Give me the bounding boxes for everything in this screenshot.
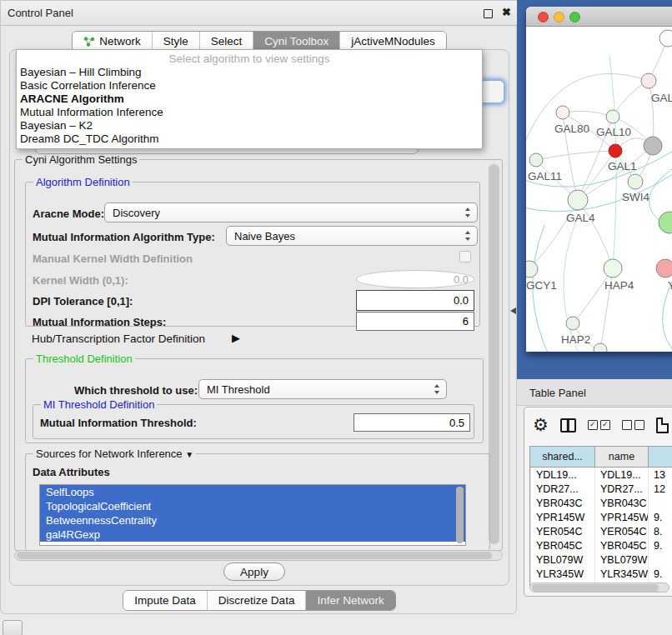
tab-infer-network[interactable]: Infer Network [305, 591, 394, 610]
dropdown-item-selected[interactable]: ARACNE Algorithm [17, 92, 482, 106]
column-header-shared-name[interactable]: shared... [530, 447, 595, 468]
attribute-item-selected[interactable]: SelfLoops [40, 485, 465, 499]
node-label: HAP4 [604, 279, 634, 292]
cell-name: YDL19... [595, 468, 649, 482]
network-node-gal1-selected[interactable] [609, 144, 622, 158]
network-node-hap4[interactable] [604, 259, 622, 278]
tab-discretize-data-label: Discretize Data [218, 594, 295, 607]
aracne-mode-combo[interactable]: Discovery [104, 202, 478, 222]
cell-value: 13 [649, 468, 672, 482]
tab-network[interactable]: Network [73, 32, 152, 51]
dropdown-item[interactable]: Bayesian – Hill Climbing [17, 66, 482, 79]
tab-impute-data[interactable]: Impute Data [123, 591, 207, 610]
node-label: GAL10 [596, 126, 631, 138]
cell-value [649, 496, 672, 510]
table-row[interactable]: YLR345WYLR345W9. [531, 567, 672, 581]
network-node-gal11[interactable] [529, 153, 543, 167]
hub-definition-toggle[interactable]: Hub/Transcription Factor Definition [32, 332, 205, 345]
window-minimize-button[interactable] [554, 12, 564, 22]
settings-horizontal-scrollbar[interactable] [14, 550, 503, 561]
table-row[interactable]: YDL19...YDL19...13 [531, 468, 672, 482]
manual-kernel-checkbox[interactable] [459, 251, 471, 262]
table-panel-titlebar: Table Panel [517, 379, 672, 406]
dropdown-item[interactable]: Basic Correlation Inference [17, 79, 482, 92]
cell-shared-name: YBL079W [531, 552, 595, 567]
network-node-gcy1[interactable] [526, 261, 538, 278]
attribute-list-scrollbar[interactable] [456, 487, 464, 543]
table-row[interactable]: YBL079WYBL079W [531, 552, 672, 567]
network-node[interactable] [659, 30, 672, 47]
network-node-gray[interactable] [644, 137, 662, 155]
table-row[interactable]: YBR045CYBR045C9. [531, 538, 672, 552]
network-node-bottom[interactable] [594, 343, 607, 352]
table-horizontal-scrollbar[interactable] [529, 582, 669, 592]
network-node-gal[interactable] [641, 73, 656, 88]
collapsed-panel-button[interactable] [3, 620, 23, 635]
network-canvas[interactable]: GAL GAL80 GAL10 GAL1 GAL11 SWI4 GAL4 GCY… [526, 27, 672, 352]
control-panel-title: Control Panel [8, 7, 73, 19]
window-zoom-button[interactable] [569, 12, 580, 22]
unchecked-box-icon [622, 420, 632, 430]
screenshot-root: Control Panel ✖ Network Styl [0, 0, 672, 635]
sources-collapse-arrow-icon[interactable]: ▼ [185, 450, 193, 459]
gear-icon[interactable]: ⚙ [533, 416, 549, 434]
node-table: shared... name A YDL19...YDL19...13 YDR2… [529, 446, 672, 586]
dpi-tolerance-field[interactable]: 0.0 [356, 290, 474, 311]
cell-value: 8. [649, 524, 672, 538]
kernel-width-field[interactable]: 0.0 [356, 270, 474, 288]
tab-discretize-data[interactable]: Discretize Data [207, 591, 306, 610]
dropdown-item[interactable]: Dream8 DC_TDC Algorithm [17, 132, 482, 146]
mi-steps-field[interactable]: 6 [356, 312, 474, 331]
dropdown-item[interactable]: Bayesian – K2 [17, 119, 482, 132]
tab-style-label: Style [163, 35, 188, 48]
mi-threshold-field[interactable]: 0.5 [354, 413, 470, 432]
column-header-partial[interactable]: A [649, 447, 672, 468]
network-node-gal4[interactable] [568, 190, 588, 210]
apply-button-label: Apply [240, 566, 268, 578]
dropdown-item[interactable]: Mutual Information Inference [17, 106, 482, 119]
attribute-list-scrollbar-thumb[interactable] [456, 487, 464, 543]
window-close-button[interactable] [538, 12, 549, 22]
sources-group-title: Sources for Network Inference ▼ [33, 448, 196, 460]
network-node-gal10[interactable] [606, 110, 619, 123]
which-threshold-combo[interactable]: MI Threshold [198, 379, 447, 399]
attribute-item-selected[interactable]: BetweennessCentrality [40, 513, 465, 528]
node-label: GAL80 [554, 122, 589, 135]
cell-name: YER054C [595, 524, 649, 538]
tab-style[interactable]: Style [152, 32, 199, 51]
split-columns-icon[interactable] [560, 418, 576, 432]
tab-jactivemnodules[interactable]: jActiveMNodules [339, 32, 446, 51]
settings-horizontal-scrollbar-thumb[interactable] [17, 552, 492, 559]
column-header-name[interactable]: name [595, 447, 649, 468]
close-panel-icon[interactable]: ✖ [502, 6, 511, 18]
tab-cyni-toolbox[interactable]: Cyni Toolbox [253, 32, 339, 51]
network-node-hap2[interactable] [566, 317, 579, 330]
tab-select[interactable]: Select [199, 32, 253, 51]
tab-jactivemnodules-label: jActiveMNodules [351, 35, 435, 48]
network-node-gal80[interactable] [556, 106, 569, 119]
table-row[interactable]: YBR043CYBR043C [531, 496, 672, 510]
table-body: YDL19...YDL19...13 YDR27...YDR27...12 YB… [529, 468, 672, 586]
apply-button[interactable]: Apply [223, 562, 285, 581]
table-horizontal-scrollbar-thumb[interactable] [532, 584, 659, 592]
settings-group-title: Cyni Algorithm Settings [23, 153, 139, 166]
tab-select-label: Select [211, 35, 243, 48]
cell-shared-name: YBR045C [531, 538, 595, 552]
network-node-swi4[interactable] [628, 174, 643, 189]
float-panel-icon[interactable] [484, 9, 493, 18]
cell-value: 12 [649, 482, 672, 496]
select-all-icon[interactable]: ✓ ✓ [588, 420, 610, 430]
table-header-row: shared... name A [530, 447, 672, 468]
hub-expand-arrow-icon[interactable]: ▶ [232, 332, 240, 344]
deselect-all-icon[interactable] [622, 420, 644, 430]
network-node-pink[interactable] [656, 259, 672, 278]
page-icon[interactable] [656, 418, 669, 433]
attribute-item-selected[interactable]: gal4RGexp [40, 528, 465, 542]
mi-type-combo[interactable]: Naive Bayes [226, 226, 478, 246]
network-node-green[interactable] [659, 212, 672, 233]
table-panel: ⚙ ✓ ✓ shared... name A [524, 407, 672, 597]
table-row[interactable]: YDR27...YDR27...12 [531, 482, 672, 496]
table-row[interactable]: YER054CYER054C8. [531, 524, 672, 538]
table-row[interactable]: YPR145WYPR145W9. [531, 510, 672, 524]
attribute-item-selected[interactable]: TopologicalCoefficient [40, 499, 465, 513]
